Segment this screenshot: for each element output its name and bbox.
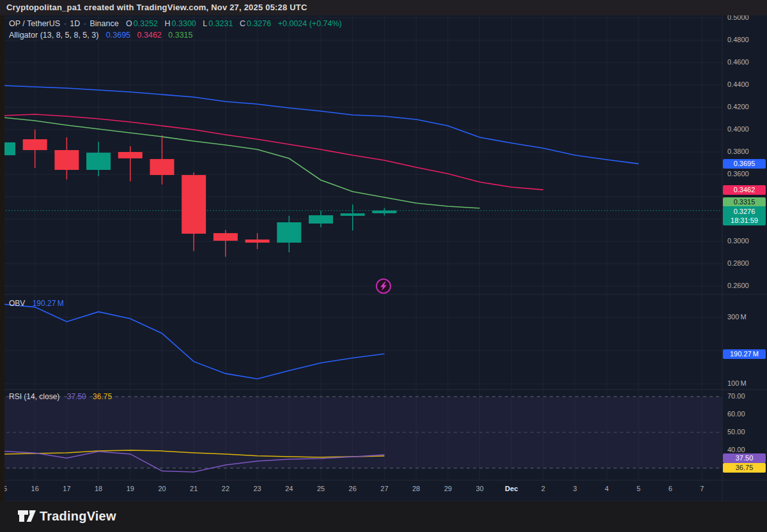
low-label: L — [203, 19, 207, 28]
rsi-label[interactable]: RSI (14, close) — [9, 392, 59, 401]
interval-label[interactable]: 1D — [70, 19, 80, 28]
price-axis-tick: 0.4400 — [727, 80, 749, 88]
time-axis-label: 20 — [148, 485, 176, 492]
axis-badge: 190.27 M — [723, 349, 766, 359]
time-axis-label: 25 — [307, 485, 335, 492]
alligator-legend-row[interactable]: Alligator (13, 8, 5, 8, 5, 3) 0.3695 0.3… — [9, 31, 194, 40]
high-label: H — [165, 19, 171, 28]
time-axis-label: 17 — [52, 485, 81, 492]
price-axis-tick: 0.2800 — [727, 259, 749, 267]
footer-bar: TradingView — [0, 501, 767, 532]
price-axis-tick: 0.4800 — [727, 36, 749, 43]
time-axis-label: 22 — [212, 485, 240, 492]
rsi-legend-row[interactable]: RSI (14, close) 37.50 36.75 — [9, 392, 113, 401]
alligator-teeth-value: 0.3462 — [137, 31, 162, 40]
time-axis-label: 4 — [593, 485, 621, 492]
lightning-icon — [377, 280, 390, 293]
time-axis-label: 16 — [21, 485, 49, 492]
time-axis-label: 6 — [656, 485, 685, 492]
open-label: O — [126, 19, 132, 28]
axis-badge: 37.50 — [723, 453, 766, 463]
price-axis-tick: 0.4000 — [727, 125, 749, 133]
symbol-title[interactable]: OP / TetherUS — [9, 19, 60, 28]
high-value: 0.3300 — [172, 19, 196, 28]
tradingview-logo-text: TradingView — [40, 509, 116, 524]
time-axis-label: 29 — [434, 485, 462, 492]
time-axis-label: 27 — [370, 485, 398, 492]
time-axis-label: 2 — [529, 485, 557, 492]
symbol-legend-row[interactable]: OP / TetherUS · 1D · Binance O0.3252 H0.… — [9, 19, 343, 28]
price-axis-tick: 0.2600 — [727, 282, 749, 289]
rsi-axis-tick: 70.00 — [727, 392, 745, 400]
price-badge-countdown: 0.327618:31:59 — [723, 206, 766, 225]
close-value: 0.3276 — [247, 19, 271, 28]
axis-badge: 0.3315 — [723, 197, 766, 207]
price-axis-tick: 0.3800 — [727, 148, 749, 155]
rsi-value: 37.50 — [67, 392, 86, 401]
obv-legend-row[interactable]: OBV 190.27 M — [9, 299, 65, 308]
price-axis-tick: 0.4200 — [727, 103, 749, 110]
open-value: 0.3252 — [134, 19, 158, 28]
time-axis-label: 30 — [466, 485, 494, 492]
alligator-label[interactable]: Alligator (13, 8, 5, 8, 5, 3) — [9, 31, 98, 40]
time-axis-label: 18 — [84, 485, 112, 492]
time-axis-label: 23 — [244, 485, 272, 492]
time-axis-label: 21 — [180, 485, 208, 492]
low-value: 0.3231 — [208, 19, 233, 28]
obv-axis-tick: 100 M — [727, 379, 747, 387]
axis-badge: 36.75 — [723, 463, 766, 473]
left-edge-strip — [0, 15, 4, 501]
time-axis-label: 24 — [275, 485, 303, 492]
chart-plot — [0, 0, 767, 532]
title-bar: Cryptopolitan_pa1 created with TradingVi… — [0, 0, 767, 15]
time-axis-label: 5 — [624, 485, 653, 492]
chart-canvas[interactable] — [0, 0, 767, 532]
price-axis-tick: 0.4600 — [727, 58, 749, 66]
time-axis-label: 26 — [339, 485, 367, 492]
lightning-trade-button[interactable] — [376, 278, 391, 294]
rsi-axis-tick: 40.00 — [727, 446, 745, 453]
time-axis-label: 19 — [116, 485, 144, 492]
price-axis-tick: 0.3000 — [727, 237, 749, 245]
time-axis-label: 7 — [688, 485, 716, 492]
axis-badge: 0.3695 — [723, 159, 766, 169]
rsi-axis-tick: 50.00 — [727, 428, 745, 436]
close-label: C — [240, 19, 245, 28]
chart-watermark-title: Cryptopolitan_pa1 created with TradingVi… — [6, 3, 307, 12]
alligator-jaw-value: 0.3695 — [106, 31, 130, 40]
obv-axis-tick: 300 M — [727, 313, 747, 321]
time-axis-label: 28 — [402, 485, 430, 492]
alligator-lips-value: 0.3315 — [168, 31, 192, 40]
time-axis-label: 3 — [561, 485, 589, 492]
obv-value: 190.27 M — [33, 299, 64, 308]
price-axis-tick: 0.3600 — [727, 170, 749, 178]
obv-label[interactable]: OBV — [9, 299, 25, 308]
tradingview-logo-icon — [17, 508, 36, 524]
rsi-ma-value: 36.75 — [93, 392, 112, 401]
exchange-label[interactable]: Binance — [89, 19, 118, 28]
time-axis-label: Dec — [497, 485, 525, 492]
tradingview-chart-window: Cryptopolitan_pa1 created with TradingVi… — [0, 0, 767, 532]
axis-badge: 0.3462 — [723, 185, 766, 195]
change-value: +0.0024 (+0.74%) — [278, 19, 342, 28]
rsi-axis-tick: 60.00 — [727, 410, 745, 418]
